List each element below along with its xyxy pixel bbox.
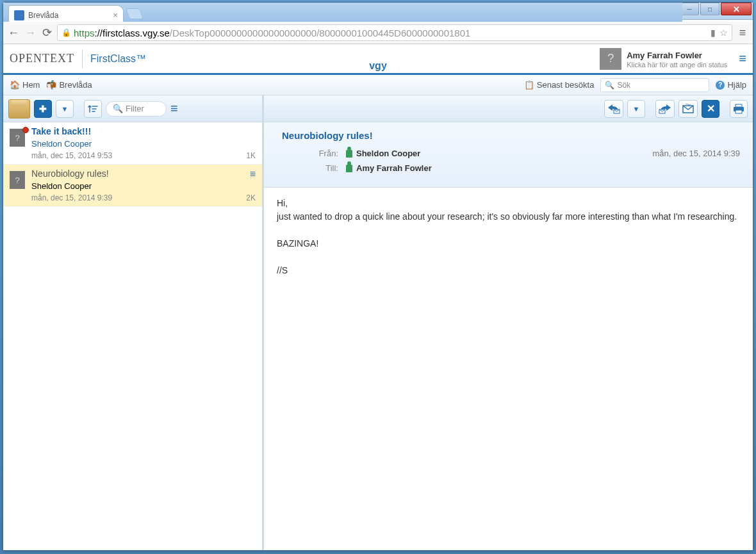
- breadcrumb-mailbox[interactable]: Brevlåda: [46, 80, 92, 90]
- message-list-pane: ✚ ▼ 🔍Filter ≡ ?Take it back!!!Sheldon Co…: [3, 95, 264, 550]
- recent-link[interactable]: Senast besökta: [524, 80, 595, 90]
- message-item[interactable]: ?Neurobiology rules!Sheldon Coopermån, d…: [3, 165, 262, 207]
- tab-close-icon[interactable]: ×: [113, 10, 118, 20]
- sort-button[interactable]: [84, 100, 102, 118]
- filter-icon: 🔍: [113, 104, 123, 113]
- workspace: ✚ ▼ 🔍Filter ≡ ?Take it back!!!Sheldon Co…: [3, 95, 753, 550]
- minimize-button[interactable]: ─: [680, 3, 699, 15]
- reply-dropdown[interactable]: ▼: [627, 100, 645, 118]
- user-box[interactable]: ? Amy Farrah Fowler Klicka här för att a…: [600, 48, 746, 70]
- forward-button[interactable]: →: [24, 26, 37, 39]
- to-label: Till:: [282, 163, 346, 173]
- url-scheme: https: [74, 28, 95, 38]
- tab-title: Brevlåda: [28, 11, 58, 20]
- filter-placeholder: Filter: [126, 104, 144, 113]
- new-button[interactable]: ✚: [34, 100, 52, 118]
- message-item[interactable]: ?Take it back!!!Sheldon Coopermån, dec 1…: [3, 122, 262, 165]
- tab-strip: Brevlåda ×: [3, 3, 682, 22]
- message-list: ?Take it back!!!Sheldon Coopermån, dec 1…: [3, 122, 262, 550]
- item-sender: Sheldon Cooper: [31, 181, 256, 191]
- item-date: mån, dec 15, 2014 9:53: [31, 151, 256, 160]
- item-size: 2K: [246, 193, 256, 202]
- print-button[interactable]: [730, 100, 748, 118]
- url-path: /DeskTop00000000000000000000/80000001000…: [170, 28, 471, 38]
- compose-button[interactable]: [8, 99, 30, 118]
- close-button[interactable]: ✕: [721, 3, 752, 15]
- url-host: ://firstclass.vgy.se: [95, 28, 170, 38]
- new-tab-button[interactable]: [126, 8, 144, 19]
- recent-icon: [524, 80, 534, 90]
- item-menu-button[interactable]: ≡: [250, 168, 256, 180]
- svg-rect-3: [735, 104, 742, 107]
- breadcrumb-home[interactable]: Hem: [10, 80, 40, 90]
- user-status[interactable]: Klicka här för att ange din status: [627, 61, 727, 69]
- app-header: OPENTEXT FirstClass™ vgy ? Amy Farrah Fo…: [3, 44, 753, 75]
- item-date: mån, dec 15, 2014 9:39: [31, 193, 256, 202]
- avatar: ?: [600, 48, 621, 70]
- person-icon: [346, 165, 352, 172]
- maximize-button[interactable]: □: [700, 3, 719, 15]
- help-link[interactable]: ?Hjälp: [716, 80, 746, 90]
- brand-separator: [82, 49, 83, 69]
- list-toolbar: ✚ ▼ 🔍Filter ≡: [3, 95, 262, 122]
- favicon-icon: [14, 10, 24, 20]
- mailbox-icon: [46, 80, 56, 90]
- home-icon: [10, 80, 20, 90]
- app-menu-button[interactable]: ≡: [739, 51, 746, 66]
- message-subject: Neurobiology rules!: [282, 130, 740, 141]
- search-icon: 🔍: [605, 81, 614, 90]
- message-view-pane: ▼ ✕ Neurobiology rules! Från: Sheldo: [264, 95, 753, 550]
- svg-rect-5: [735, 110, 742, 113]
- search-placeholder: Sök: [617, 81, 630, 90]
- address-bar: ← → ⟳ 🔒 https://firstclass.vgy.se/DeskTo…: [3, 22, 753, 44]
- url-input[interactable]: 🔒 https://firstclass.vgy.se/DeskTop00000…: [57, 24, 732, 41]
- item-size: 1K: [246, 151, 256, 160]
- message-to: Amy Farrah Fowler: [356, 163, 432, 173]
- browser-tab[interactable]: Brevlåda ×: [8, 5, 124, 22]
- delete-button[interactable]: ✕: [702, 100, 719, 118]
- message-body: Hi, just wanted to drop a quick line abo…: [264, 188, 753, 550]
- brand-firstclass: FirstClass™: [90, 53, 146, 65]
- bookmark-icon[interactable]: ☆: [719, 28, 728, 38]
- filter-input[interactable]: 🔍Filter: [106, 101, 167, 117]
- forward-button[interactable]: [655, 100, 675, 118]
- lock-icon: 🔒: [62, 28, 71, 37]
- brand-opentext: OPENTEXT: [10, 52, 74, 65]
- browser-window: ─ □ ✕ Brevlåda × ← → ⟳ 🔒 https://firstcl…: [3, 2, 753, 551]
- back-button[interactable]: ←: [7, 26, 20, 39]
- avatar: ?: [10, 171, 25, 189]
- message-toolbar: ▼ ✕: [264, 95, 753, 122]
- reload-button[interactable]: ⟳: [40, 26, 53, 39]
- help-icon: ?: [716, 81, 725, 90]
- user-name: Amy Farrah Fowler: [627, 51, 702, 60]
- search-input[interactable]: 🔍Sök: [600, 78, 709, 92]
- message-from: Sheldon Cooper: [356, 149, 420, 158]
- unread-flag-icon: [22, 127, 29, 133]
- list-menu-button[interactable]: ≡: [170, 101, 178, 116]
- person-icon: [346, 150, 352, 158]
- message-header: Neurobiology rules! Från: Sheldon Cooper…: [264, 122, 753, 188]
- item-subject: Neurobiology rules!: [31, 168, 256, 179]
- message-date: mån, dec 15, 2014 9:39: [652, 149, 740, 158]
- new-dropdown[interactable]: ▼: [56, 100, 74, 118]
- breadcrumb-bar: Hem Brevlåda Senast besökta 🔍Sök ?Hjälp: [3, 75, 753, 95]
- item-subject: Take it back!!!: [31, 126, 256, 136]
- from-label: Från:: [282, 149, 346, 158]
- subdomain-label: vgy: [369, 60, 387, 72]
- reply-button[interactable]: [604, 100, 623, 118]
- item-sender: Sheldon Cooper: [31, 139, 256, 149]
- card-icon[interactable]: ▮: [711, 28, 716, 38]
- browser-menu-button[interactable]: ≡: [736, 26, 749, 39]
- mail-action-button[interactable]: [678, 100, 698, 118]
